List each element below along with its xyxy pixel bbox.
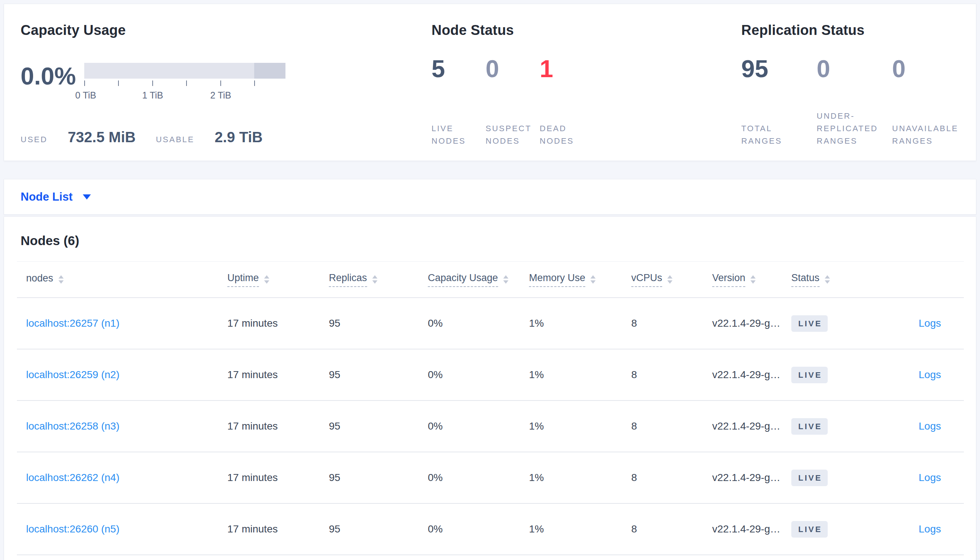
node-link[interactable]: localhost:26258 (n3)	[26, 420, 120, 432]
uptime-cell: 17 minutes	[227, 317, 329, 329]
used-label: USED	[21, 135, 47, 144]
nodes-table-card: Nodes (6) nodes Uptime Replicas Capacity…	[4, 217, 976, 560]
nodes-table: nodes Uptime Replicas Capacity Usage Mem…	[17, 261, 964, 555]
suspect-nodes-stat: 0 SUSPECT NODES	[486, 55, 540, 147]
live-nodes-label: LIVE NODES	[431, 122, 486, 147]
column-header-memory-use[interactable]: Memory Use	[529, 272, 631, 287]
capacity-usage-title: Capacity Usage	[21, 22, 126, 38]
dead-nodes-label: DEAD NODES	[540, 122, 594, 147]
uptime-cell: 17 minutes	[227, 523, 329, 535]
node-link[interactable]: localhost:26257 (n1)	[26, 317, 120, 329]
capacity-usage-cell: 0%	[428, 523, 529, 535]
status-badge: LIVE	[791, 315, 828, 332]
suspect-nodes-value: 0	[486, 55, 499, 82]
node-status-stats: 5 LIVE NODES 0 SUSPECT NODES 1 DEAD NODE…	[431, 55, 594, 147]
usable-label: USABLE	[156, 135, 195, 144]
sort-icon	[667, 275, 672, 284]
unavailable-ranges-value: 0	[892, 55, 906, 82]
total-ranges-stat: 95 TOTAL RANGES	[741, 55, 817, 147]
sort-icon	[503, 275, 508, 284]
replicas-cell: 95	[329, 523, 428, 535]
suspect-nodes-label: SUSPECT NODES	[486, 122, 540, 147]
status-badge: LIVE	[791, 418, 828, 435]
axis-tick	[254, 80, 255, 86]
usable-value: 2.9 TiB	[214, 129, 262, 145]
axis-tick	[220, 80, 221, 86]
capacity-usage-cell: 0%	[428, 317, 529, 329]
capacity-usage-cell: 0%	[428, 369, 529, 381]
sort-icon	[590, 275, 595, 284]
uptime-cell: 17 minutes	[227, 369, 329, 381]
dead-nodes-value: 1	[540, 55, 553, 82]
summary-card: Capacity Usage 0.0% 0 TiB 1 TiB 2 TiB US…	[4, 4, 976, 161]
version-cell: v22.1.4-29-g…	[712, 523, 791, 535]
version-cell: v22.1.4-29-g…	[712, 369, 791, 381]
logs-link[interactable]: Logs	[918, 420, 941, 432]
memory-use-cell: 1%	[529, 523, 631, 535]
axis-tick	[186, 80, 187, 86]
sort-icon	[264, 275, 269, 284]
sort-icon	[372, 275, 378, 284]
vcpus-cell: 8	[631, 472, 712, 483]
capacity-percent: 0.0%	[21, 62, 76, 90]
column-header-label: Version	[712, 272, 745, 287]
logs-link[interactable]: Logs	[918, 369, 941, 380]
replicas-cell: 95	[329, 420, 428, 432]
column-header-label: Status	[791, 272, 819, 287]
dead-nodes-stat: 1 DEAD NODES	[540, 55, 594, 147]
status-badge: LIVE	[791, 521, 828, 538]
node-link[interactable]: localhost:26260 (n5)	[26, 523, 120, 535]
version-cell: v22.1.4-29-g…	[712, 472, 791, 483]
column-header-label: Capacity Usage	[428, 272, 498, 287]
column-header-label: vCPUs	[631, 272, 662, 287]
replicas-cell: 95	[329, 317, 428, 329]
column-header-status[interactable]: Status	[791, 272, 883, 287]
under-replicated-ranges-label: UNDER-REPLICATED RANGES	[817, 110, 877, 147]
column-header-capacity-usage[interactable]: Capacity Usage	[428, 272, 529, 287]
capacity-usage-section: Capacity Usage 0.0% 0 TiB 1 TiB 2 TiB US…	[21, 4, 418, 161]
nodes-section-title: Nodes (6)	[21, 233, 79, 248]
vcpus-cell: 8	[631, 369, 712, 381]
unavailable-ranges-stat: 0 UNAVAILABLE RANGES	[892, 55, 968, 147]
table-row: localhost:26259 (n2) 17 minutes 95 0% 1%…	[17, 350, 964, 401]
table-row: localhost:26262 (n4) 17 minutes 95 0% 1%…	[17, 452, 964, 504]
capacity-gauge: 0 TiB 1 TiB 2 TiB	[84, 63, 286, 101]
node-link[interactable]: localhost:26259 (n2)	[26, 369, 120, 380]
table-row: localhost:26257 (n1) 17 minutes 95 0% 1%…	[17, 298, 964, 350]
vcpus-cell: 8	[631, 317, 712, 329]
replication-status-title: Replication Status	[741, 22, 865, 38]
uptime-cell: 17 minutes	[227, 420, 329, 432]
capacity-axis-ticks	[84, 80, 286, 88]
node-list-dropdown[interactable]: Node List	[21, 190, 91, 203]
axis-label: 0 TiB	[75, 90, 96, 101]
memory-use-cell: 1%	[529, 472, 631, 483]
table-row: localhost:26258 (n3) 17 minutes 95 0% 1%…	[17, 401, 964, 452]
sort-icon	[59, 275, 64, 284]
axis-label: 2 TiB	[211, 90, 231, 101]
caret-down-icon	[83, 194, 91, 200]
sort-icon	[825, 275, 830, 284]
capacity-bar	[84, 63, 286, 78]
logs-link[interactable]: Logs	[918, 472, 941, 483]
total-ranges-label: TOTAL RANGES	[741, 122, 802, 147]
under-replicated-ranges-value: 0	[817, 55, 830, 82]
replicas-cell: 95	[329, 472, 428, 483]
uptime-cell: 17 minutes	[227, 472, 329, 483]
axis-tick	[84, 80, 85, 86]
live-nodes-value: 5	[431, 55, 445, 82]
column-header-nodes[interactable]: nodes	[26, 273, 227, 287]
node-link[interactable]: localhost:26262 (n4)	[26, 472, 120, 483]
column-header-label: Replicas	[329, 272, 367, 287]
axis-tick	[152, 80, 153, 86]
logs-link[interactable]: Logs	[918, 317, 941, 329]
unavailable-ranges-label: UNAVAILABLE RANGES	[892, 122, 953, 147]
vcpus-cell: 8	[631, 523, 712, 535]
column-header-label: nodes	[26, 273, 54, 287]
replicas-cell: 95	[329, 369, 428, 381]
under-replicated-ranges-stat: 0 UNDER-REPLICATED RANGES	[817, 55, 892, 147]
column-header-replicas[interactable]: Replicas	[329, 272, 428, 287]
logs-link[interactable]: Logs	[918, 523, 941, 535]
column-header-uptime[interactable]: Uptime	[227, 272, 329, 287]
column-header-version[interactable]: Version	[712, 272, 791, 287]
column-header-vcpus[interactable]: vCPUs	[631, 272, 712, 287]
